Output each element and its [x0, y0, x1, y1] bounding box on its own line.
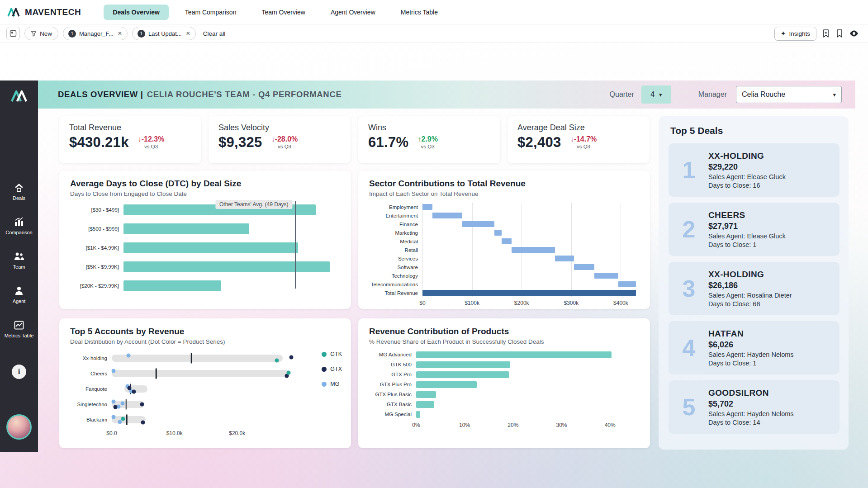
bar-row: Medical	[369, 237, 639, 246]
new-filter-button[interactable]: New	[24, 27, 58, 40]
reference-line-label: Other Teams' Avg. (49 Days)	[215, 200, 293, 209]
data-dot-GTX	[114, 405, 118, 409]
bar-track	[422, 228, 639, 237]
bar	[502, 238, 512, 244]
deal-card-1[interactable]: 1 XX-HOLDING $29,220 Sales Agent: Elease…	[669, 143, 840, 197]
manager-select[interactable]: Celia Rouche ▾	[736, 86, 842, 103]
kpi-delta: ↓-12.3% vs Q3	[138, 135, 165, 150]
tab-agent-overview[interactable]: Agent Overview	[322, 5, 384, 20]
dot-row: Singletechno	[70, 397, 297, 412]
sidebar-item-comparison[interactable]: Comparison	[0, 217, 38, 236]
category-label: [$500 - $999]	[70, 226, 123, 232]
sidebar-item-label: Agent	[13, 298, 26, 304]
close-icon[interactable]: ✕	[185, 30, 190, 37]
deal-card-4[interactable]: 4 HATFAN $6,026 Sales Agent: Hayden Nelo…	[669, 321, 840, 374]
deal-days: Days to Close: 14	[708, 418, 794, 427]
legend-dot	[322, 367, 327, 372]
bookmark-button[interactable]	[835, 29, 844, 38]
bar	[512, 247, 555, 253]
deal-card-3[interactable]: 3 XX-HOLDING $26,186 Sales Agent: Rosali…	[669, 262, 840, 315]
brand-name: MAVENTECH	[25, 7, 81, 17]
deal-days: Days to Close: 1	[708, 241, 786, 249]
bar-track	[123, 242, 340, 253]
dot-row: Xx-holding	[70, 351, 297, 366]
bar	[462, 221, 494, 227]
bar-track	[123, 223, 340, 234]
visibility-button[interactable]	[849, 29, 859, 38]
tab-deals-overview[interactable]: Deals Overview	[104, 5, 169, 20]
tab-team-overview[interactable]: Team Overview	[252, 5, 314, 20]
category-label: Marketing	[369, 230, 422, 236]
bar-track	[416, 350, 639, 360]
kpi-average-deal-size: Average Deal Size $2,403 ↓-14.7% vs Q3	[508, 116, 650, 163]
filter-chip-manager[interactable]: 1 Manager_F... ✕	[63, 27, 128, 40]
chevron-down-icon: ▾	[833, 91, 836, 98]
kpi-versus: vs Q3	[144, 144, 158, 150]
bar	[123, 242, 298, 253]
bookmark-add-button[interactable]	[822, 29, 830, 38]
tab-metrics-table[interactable]: Metrics Table	[392, 5, 447, 20]
bar	[416, 401, 434, 408]
kpi-title: Sales Velocity	[218, 123, 341, 133]
data-dot-MG	[112, 369, 116, 373]
bar-row: Entertainment	[369, 211, 639, 220]
axis-tick-label: $200k	[514, 300, 529, 306]
legend-item: MG	[322, 381, 342, 387]
legend-item: GTK	[322, 351, 342, 357]
quarter-select[interactable]: 4 ▾	[641, 85, 671, 104]
bar	[416, 371, 509, 378]
insights-label: Insights	[789, 30, 810, 37]
x-axis: $0$100k$200k$300k$400k	[369, 299, 639, 308]
range-bar	[112, 370, 290, 377]
filter-chip-last-updated[interactable]: 1 Last Updat... ✕	[132, 27, 196, 40]
x-axis: $0.0$10.0k$20.0k	[70, 429, 297, 438]
manager-value: Celia Rouche	[742, 90, 785, 99]
median-tick	[126, 399, 127, 410]
bar-row: Total Revenue	[369, 289, 639, 297]
chart-subtitle: Days to Close from Engaged to Close Date	[70, 190, 340, 197]
median-tick	[156, 369, 157, 379]
bar	[416, 391, 436, 398]
category-label: GTX Basic	[369, 402, 416, 407]
kpi-versus: vs Q3	[421, 144, 435, 150]
insights-button[interactable]: ✦ Insights	[774, 27, 816, 41]
deal-agent: Sales Agent: Elease Gluck	[708, 232, 786, 241]
info-button[interactable]: i	[0, 365, 38, 379]
sidebar-logo-icon	[0, 88, 38, 104]
deal-amount: $6,026	[708, 340, 794, 350]
close-icon[interactable]: ✕	[117, 30, 122, 37]
top-nav: MAVENTECH Deals Overview Team Comparison…	[0, 0, 868, 24]
comparison-icon	[14, 217, 24, 227]
bar-row: GTX Plus Pro	[369, 379, 639, 389]
user-avatar-button[interactable]	[0, 414, 38, 440]
legend-label: GTX	[330, 366, 342, 372]
category-label: GTX Pro	[369, 372, 416, 377]
bar-row: Software	[369, 263, 639, 271]
clear-all-button[interactable]: Clear all	[203, 30, 226, 37]
sidebar-item-deals[interactable]: Deals	[0, 182, 38, 201]
manager-label: Manager	[698, 90, 727, 99]
sidebar-item-label: Team	[13, 264, 25, 270]
deal-days: Days to Close: 16	[708, 181, 786, 190]
panel-toggle-button[interactable]	[6, 27, 20, 40]
bar-track	[422, 280, 639, 289]
sidebar-item-team[interactable]: Team	[0, 251, 38, 270]
chart-card-products: Revenue Contribution of Products % Reven…	[358, 318, 650, 448]
data-dot-MG	[120, 402, 124, 406]
sidebar-item-agent[interactable]: Agent	[0, 285, 38, 304]
bar-track	[416, 399, 639, 409]
deal-amount: $29,220	[708, 162, 786, 172]
tab-team-comparison[interactable]: Team Comparison	[176, 5, 246, 20]
dot-row: Faxquote	[70, 381, 297, 397]
data-dot-GTK	[286, 371, 290, 375]
data-dot-MG	[127, 354, 131, 358]
bar-row: GTK 500	[369, 360, 639, 370]
deal-card-5[interactable]: 5 GOODSILRON $5,702 Sales Agent: Hayden …	[669, 380, 840, 434]
kpi-delta: ↑2.9% vs Q3	[417, 135, 437, 150]
bookmark-plus-icon	[822, 29, 830, 38]
deal-card-2[interactable]: 2 CHEERS $27,971 Sales Agent: Elease Glu…	[669, 203, 840, 256]
sidebar-item-metrics-table[interactable]: Metrics Table	[0, 320, 38, 339]
bar-track	[422, 271, 639, 280]
eye-icon	[849, 29, 859, 38]
data-dot-MG	[112, 400, 116, 404]
